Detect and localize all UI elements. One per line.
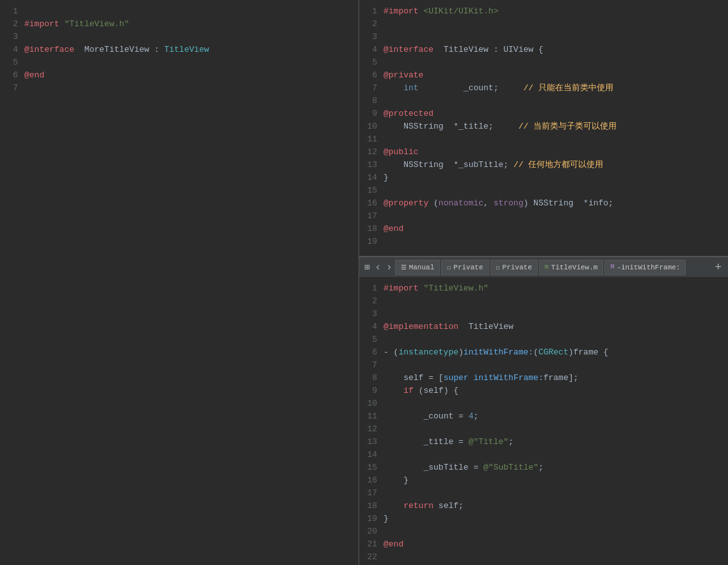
tab-initwithframe[interactable]: M -initWithFrame:	[604, 260, 686, 275]
tab-titleview-m[interactable]: m TitleView.m	[539, 260, 604, 275]
tab-private-1[interactable]: ☐ Private	[441, 260, 489, 275]
left-panel: 1 2 3 4 5 6 7 #import "TitleView.h" @int…	[0, 0, 359, 565]
tab-add-button[interactable]: +	[711, 261, 725, 274]
nav-right-icon[interactable]: ›	[384, 262, 395, 273]
tab-manual[interactable]: ☰ Manual	[395, 260, 441, 275]
tab-manual-label: Manual	[409, 264, 435, 271]
tab-initwithframe-label: -initWithFrame:	[617, 264, 680, 271]
right-panels: 1 2 3 4 5 6 7 8 9 10 11 12 13 14 15 16 1	[359, 0, 728, 565]
left-editor[interactable]: 1 2 3 4 5 6 7 #import "TitleView.h" @int…	[0, 0, 359, 565]
tab-private2-icon: ☐	[496, 264, 500, 271]
left-code-content: #import "TitleView.h" @interface MoreTit…	[24, 0, 359, 565]
bottom-right-editor[interactable]: 1 2 3 4 5 6 7 8 9 10 11 12 13 14 15 16 1	[359, 277, 728, 565]
top-right-panel[interactable]: 1 2 3 4 5 6 7 8 9 10 11 12 13 14 15 16 1	[359, 0, 728, 256]
main-area: 1 2 3 4 5 6 7 #import "TitleView.h" @int…	[0, 0, 728, 565]
tab-titleviewm-icon: m	[545, 264, 549, 271]
bottom-right-line-numbers: 1 2 3 4 5 6 7 8 9 10 11 12 13 14 15 16 1	[359, 277, 384, 565]
grid-icon[interactable]: ⊞	[362, 262, 372, 273]
top-right-line-numbers: 1 2 3 4 5 6 7 8 9 10 11 12 13 14 15 16 1	[359, 0, 384, 256]
tab-private-2[interactable]: ☐ Private	[490, 260, 538, 275]
top-right-code-content: #import <UIKit/UIKit.h> @interface Title…	[384, 0, 728, 256]
bottom-right-panel[interactable]: 1 2 3 4 5 6 7 8 9 10 11 12 13 14 15 16 1	[359, 277, 728, 565]
tab-private1-label: Private	[453, 264, 483, 271]
tab-private1-icon: ☐	[447, 264, 451, 271]
tab-initwithframe-icon: M	[610, 264, 614, 271]
bottom-right-code-content: #import "TitleView.h" @implementation Ti…	[384, 277, 728, 565]
tab-manual-icon: ☰	[401, 264, 407, 271]
tab-bar[interactable]: ⊞ ‹ › ☰ Manual ☐ Private ☐ Private m Tit…	[359, 257, 728, 277]
nav-left-icon[interactable]: ‹	[372, 262, 384, 273]
left-line-numbers: 1 2 3 4 5 6 7	[0, 0, 24, 565]
top-right-editor[interactable]: 1 2 3 4 5 6 7 8 9 10 11 12 13 14 15 16 1	[359, 0, 728, 256]
tab-private2-label: Private	[503, 264, 532, 271]
tab-titleviewm-label: TitleView.m	[551, 264, 598, 271]
